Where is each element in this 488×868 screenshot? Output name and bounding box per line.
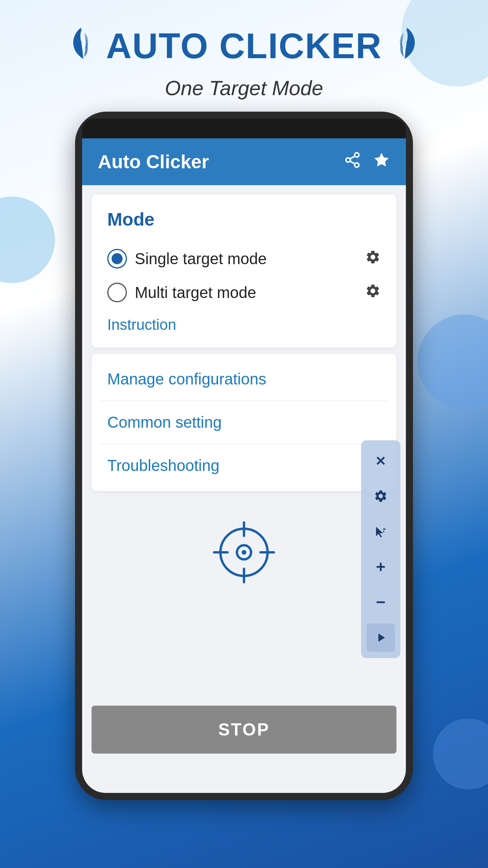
title-row: AUTO CLICKER bbox=[0, 24, 488, 68]
single-target-left: Single target mode bbox=[107, 249, 267, 268]
crosshair-icon bbox=[213, 521, 275, 584]
stop-label: STOP bbox=[218, 720, 270, 739]
multi-target-left: Multi target mode bbox=[107, 283, 256, 302]
instruction-link[interactable]: Instruction bbox=[107, 316, 381, 333]
single-target-row[interactable]: Single target mode bbox=[107, 242, 381, 276]
svg-point-12 bbox=[242, 550, 246, 555]
multi-target-label: Multi target mode bbox=[135, 284, 256, 302]
phone-screen: Auto Clicker bbox=[82, 138, 406, 793]
play-float-button[interactable] bbox=[367, 623, 395, 652]
menu-card: Manage configurations Common setting Tro… bbox=[92, 354, 396, 491]
laurel-left-icon bbox=[68, 24, 99, 68]
pointer-float-button[interactable] bbox=[367, 517, 395, 546]
content-spacer bbox=[82, 600, 406, 698]
multi-target-radio[interactable] bbox=[107, 283, 127, 302]
svg-line-3 bbox=[350, 161, 355, 164]
svg-line-4 bbox=[350, 156, 355, 158]
svg-point-0 bbox=[355, 153, 359, 157]
svg-point-1 bbox=[346, 158, 350, 162]
common-setting-item[interactable]: Common setting bbox=[92, 401, 396, 444]
phone-notch-bar bbox=[82, 119, 406, 138]
troubleshooting-item[interactable]: Troubleshooting bbox=[92, 444, 396, 487]
app-bar: Auto Clicker bbox=[82, 138, 406, 185]
single-target-gear-icon[interactable] bbox=[365, 249, 381, 268]
subtract-float-button[interactable] bbox=[367, 588, 395, 616]
multi-target-gear-icon[interactable] bbox=[365, 283, 381, 302]
phone-mockup: Auto Clicker bbox=[75, 112, 413, 800]
mode-card: Mode Single target mode bbox=[92, 195, 396, 348]
header: AUTO CLICKER One Target Mode bbox=[0, 0, 488, 112]
float-panel bbox=[361, 440, 400, 658]
settings-float-button[interactable] bbox=[367, 482, 395, 510]
single-target-radio[interactable] bbox=[107, 249, 127, 268]
add-float-button[interactable] bbox=[367, 553, 395, 581]
bottom-spacer bbox=[82, 769, 406, 793]
bg-decoration-left bbox=[0, 197, 55, 283]
laurel-right-icon bbox=[389, 24, 420, 68]
close-float-button[interactable] bbox=[367, 447, 395, 475]
target-area bbox=[82, 497, 406, 600]
stop-button[interactable]: STOP bbox=[92, 706, 396, 754]
bg-decoration-bottom-right bbox=[433, 719, 488, 789]
mode-title: Mode bbox=[107, 209, 381, 230]
appbar-icons bbox=[344, 151, 390, 173]
appbar-title: Auto Clicker bbox=[98, 151, 209, 173]
radio-inner bbox=[112, 253, 123, 264]
phone-notch bbox=[205, 123, 283, 134]
share-icon[interactable] bbox=[344, 151, 361, 173]
app-subtitle: One Target Mode bbox=[0, 76, 488, 100]
multi-target-row[interactable]: Multi target mode bbox=[107, 276, 381, 309]
svg-point-2 bbox=[355, 163, 359, 167]
manage-configurations-item[interactable]: Manage configurations bbox=[92, 358, 396, 401]
single-target-label: Single target mode bbox=[135, 250, 267, 268]
star-icon[interactable] bbox=[373, 151, 390, 173]
bg-decoration-right bbox=[417, 314, 488, 409]
app-title: AUTO CLICKER bbox=[106, 26, 382, 66]
